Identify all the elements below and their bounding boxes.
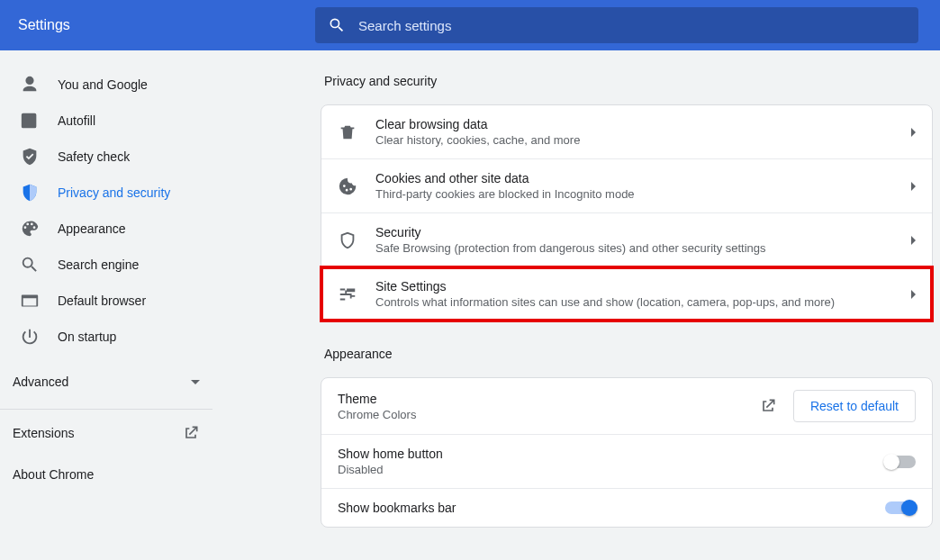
sidebar-item-safety-check[interactable]: Safety check: [0, 139, 225, 175]
row-title: Security: [375, 225, 902, 239]
row-theme[interactable]: ThemeChrome Colors Reset to default: [321, 378, 932, 435]
row-clear-browsing-data[interactable]: Clear browsing dataClear history, cookie…: [321, 105, 932, 159]
search-icon: [328, 16, 346, 34]
row-sub: Chrome Colors: [338, 408, 759, 421]
chevron-right-icon: [911, 182, 916, 191]
open-external-icon: [182, 424, 200, 442]
privacy-card: Clear browsing dataClear history, cookie…: [321, 104, 933, 321]
sidebar-advanced-toggle[interactable]: Advanced: [0, 364, 225, 400]
row-sub: Third-party cookies are blocked in Incog…: [375, 187, 902, 201]
advanced-label: Advanced: [13, 375, 68, 389]
sidebar-item-label: Default browser: [58, 294, 146, 308]
sidebar-item-label: Appearance: [58, 221, 126, 236]
search-box[interactable]: [315, 7, 918, 43]
sidebar-item-autofill[interactable]: Autofill: [0, 103, 225, 139]
shield-outline-icon: [338, 230, 357, 250]
row-sub: Safe Browsing (protection from dangerous…: [375, 241, 902, 255]
toggle-home-button[interactable]: [885, 456, 916, 468]
row-title: Site Settings: [375, 279, 902, 294]
page-title: Settings: [18, 17, 315, 33]
chevron-right-icon: [911, 290, 916, 299]
sidebar-item-label: Safety check: [58, 149, 130, 164]
sidebar-item-label: Autofill: [58, 113, 95, 128]
header: Settings: [0, 0, 940, 50]
cookie-icon: [338, 176, 357, 196]
about-label: About Chrome: [13, 467, 94, 482]
sidebar: You and Google Autofill Safety check Pri…: [0, 50, 225, 560]
chevron-right-icon: [911, 236, 916, 245]
sidebar-item-appearance[interactable]: Appearance: [0, 211, 225, 247]
sidebar-item-label: You and Google: [58, 77, 148, 92]
tune-icon: [338, 285, 357, 304]
sidebar-item-privacy-security[interactable]: Privacy and security: [0, 175, 225, 211]
row-title: Show bookmarks bar: [338, 501, 885, 515]
divider: [0, 409, 212, 410]
row-site-settings[interactable]: Site SettingsControls what information s…: [321, 267, 932, 321]
row-cookies[interactable]: Cookies and other site dataThird-party c…: [321, 159, 932, 213]
search-input[interactable]: [358, 18, 906, 33]
autofill-icon: [20, 111, 40, 131]
row-show-bookmarks-bar[interactable]: Show bookmarks bar: [321, 489, 932, 527]
sidebar-item-label: Privacy and security: [58, 185, 170, 200]
power-icon: [20, 327, 40, 347]
row-sub: Disabled: [338, 463, 885, 476]
sidebar-item-on-startup[interactable]: On startup: [0, 319, 225, 355]
sidebar-item-you-and-google[interactable]: You and Google: [0, 67, 225, 103]
chevron-right-icon: [911, 128, 916, 137]
sidebar-extensions[interactable]: Extensions: [0, 415, 225, 451]
row-title: Cookies and other site data: [375, 171, 902, 185]
sidebar-item-default-browser[interactable]: Default browser: [0, 283, 225, 319]
trash-icon: [338, 122, 357, 142]
section-title-appearance: Appearance: [321, 347, 933, 361]
shield-check-icon: [20, 147, 40, 167]
row-title: Clear browsing data: [375, 117, 902, 131]
sidebar-item-label: On startup: [58, 330, 116, 344]
appearance-card: ThemeChrome Colors Reset to default Show…: [321, 377, 933, 528]
main-content: Privacy and security Clear browsing data…: [225, 50, 940, 560]
extensions-label: Extensions: [13, 426, 74, 440]
toggle-bookmarks-bar[interactable]: [885, 501, 916, 514]
sidebar-item-search-engine[interactable]: Search engine: [0, 247, 225, 283]
search-engine-icon: [20, 255, 40, 275]
chevron-down-icon: [191, 380, 200, 384]
section-title-privacy: Privacy and security: [321, 74, 933, 88]
sidebar-about-chrome[interactable]: About Chrome: [0, 456, 225, 492]
row-sub: Clear history, cookies, cache, and more: [375, 133, 902, 147]
open-external-icon: [759, 397, 777, 415]
row-sub: Controls what information sites can use …: [375, 295, 902, 309]
reset-to-default-button[interactable]: Reset to default: [793, 390, 916, 422]
shield-icon: [20, 183, 40, 203]
palette-icon: [20, 219, 40, 239]
row-title: Theme: [338, 392, 759, 406]
row-show-home-button[interactable]: Show home buttonDisabled: [321, 435, 932, 489]
row-security[interactable]: SecuritySafe Browsing (protection from d…: [321, 213, 932, 267]
browser-icon: [20, 291, 40, 311]
row-title: Show home button: [338, 447, 885, 461]
sidebar-item-label: Search engine: [58, 257, 139, 272]
person-icon: [20, 75, 40, 95]
